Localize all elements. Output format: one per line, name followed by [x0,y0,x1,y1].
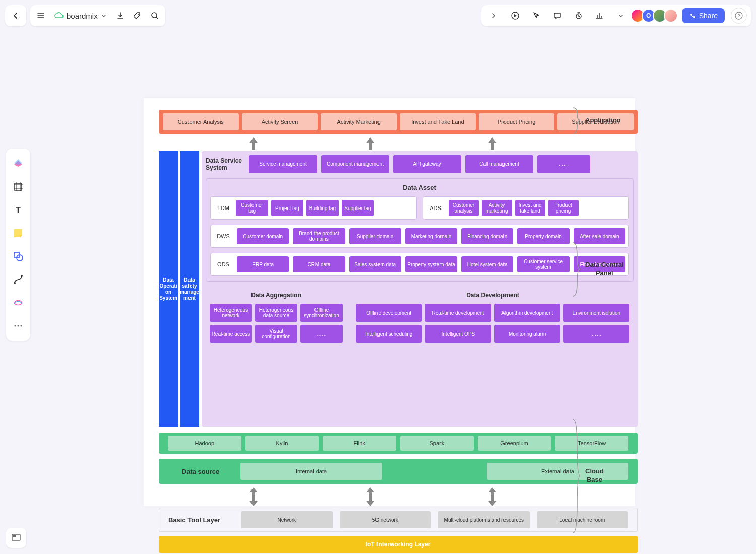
dev-item: Algorithm development [494,304,560,322]
ods-item: Hotel system data [461,256,513,272]
dws-item: Marketing domain [405,228,457,244]
logo-icon[interactable] [9,153,27,175]
tdm-item: Customer tag [236,200,268,216]
ads-label: ADS [426,205,446,211]
agg-item: Offline synchronization [300,304,343,322]
timer-button[interactable] [570,7,587,24]
top-toolbar: boardmix O [5,5,751,26]
app-title: boardmix [67,12,98,20]
svg-point-13 [21,275,23,277]
back-button[interactable] [7,7,24,24]
compute-item: Kylin [245,436,319,451]
brace-label: Cloud Base [585,467,604,484]
tdm-item: Project tag [271,200,303,216]
compute-item: Hadoop [168,436,241,451]
compute-row: Hadoop Kylin Flink Spark Greenplum Tenso… [159,433,638,454]
dws-item: Property domain [517,228,569,244]
sticky-note-tool[interactable] [9,222,27,244]
data-source-item: Internal data [240,463,382,480]
data-source-label: Data source [168,468,233,475]
dss-item: Service management [249,155,317,173]
arrow-updown-icon [364,486,376,507]
application-section: Customer Analysis Activity Screen Activi… [159,110,638,134]
tool-item: Network [241,511,333,528]
agg-item: Real-time access [210,325,252,343]
mindmap-tool[interactable] [9,292,27,314]
text-tool[interactable]: T [9,199,27,221]
chevron-right-icon[interactable] [485,7,502,24]
dev-item: Intelligent OPS [425,325,491,343]
chevron-down-icon[interactable] [101,13,107,19]
arrow-updown-icon [486,486,498,507]
help-button[interactable]: ? [731,8,747,24]
agg-item: …… [300,325,343,343]
blue-side-column: Data Operati on System [159,151,178,427]
tool-item: 5G network [340,511,431,528]
brace-label: Data Central Panel [585,261,624,278]
more-chevron-icon[interactable] [612,7,629,24]
brace-data-central: Data Central Panel [572,242,624,297]
shape-tool[interactable] [9,245,27,267]
share-button[interactable]: Share [682,8,725,23]
arrow-updown-icon [247,486,260,507]
brace-cloud-base: Cloud Base [572,418,604,534]
play-button[interactable] [507,7,524,24]
arrow-up-icon [247,136,260,151]
svg-point-15 [18,325,19,327]
dws-item: Brand the product domains [293,228,345,244]
ods-item: CRM data [293,256,345,272]
dev-item: Intelligent scheduling [356,325,422,343]
app-item: Product Pricing [479,113,555,130]
tag-button[interactable] [129,7,146,24]
svg-text:?: ? [737,13,740,18]
comment-button[interactable] [549,7,566,24]
dev-item: Monitoring alarm [494,325,560,343]
connector-tool[interactable] [9,268,27,291]
svg-text:T: T [16,206,21,215]
minimap-button[interactable] [6,528,26,548]
data-asset-title: Data Asset [210,184,629,191]
agg-item: Visual configuration [255,325,297,343]
more-tools[interactable] [9,315,27,337]
app-item: Activity Screen [242,113,318,130]
cursor-button[interactable] [528,7,545,24]
dev-item: Offline development [356,304,422,322]
dss-item: …… [537,155,590,173]
dss-title: Data Service System [206,157,245,172]
aggregation-section: Data Aggregation Heterogeneous network H… [206,287,347,348]
menu-button[interactable] [32,7,49,24]
svg-point-4 [690,14,692,16]
frame-tool[interactable] [9,176,27,198]
ods-item: Sales system data [349,256,401,272]
search-button[interactable] [146,7,163,24]
ods-item: Property system data [405,256,457,272]
svg-point-16 [21,325,22,327]
svg-rect-18 [13,535,16,537]
brace-application: Application [572,107,621,134]
ads-item: Product pricing [548,200,579,216]
compute-item: Greenplum [478,436,551,451]
share-label: Share [699,12,718,20]
dev-item: Real-time development [425,304,491,322]
download-button[interactable] [112,7,129,24]
tool-layer-label: Basic Tool Layer [168,516,234,524]
tdm-label: TDM [214,205,233,211]
ads-item: Customer analysis [449,200,479,216]
svg-point-14 [15,325,16,327]
data-source-row: Data source Internal data External data [159,459,638,484]
svg-point-11 [17,255,23,261]
arrow-up-icon [364,136,376,151]
tdm-item: Building tag [306,200,339,216]
aggregation-title: Data Aggregation [210,292,343,299]
ads-item: Activity marketing [482,200,512,216]
app-item: Invest and Take Land [400,113,476,130]
svg-point-0 [138,14,139,15]
dev-item: …… [563,325,629,343]
dss-item: Component management [321,155,389,173]
agg-item: Heterogeneous network [210,304,252,322]
dws-item: Customer domain [237,228,289,244]
chart-button[interactable] [591,7,608,24]
diagram-canvas[interactable]: Customer Analysis Activity Screen Activi… [144,98,635,506]
compute-item: Flink [323,436,396,451]
avatar-group[interactable]: O [634,9,678,23]
